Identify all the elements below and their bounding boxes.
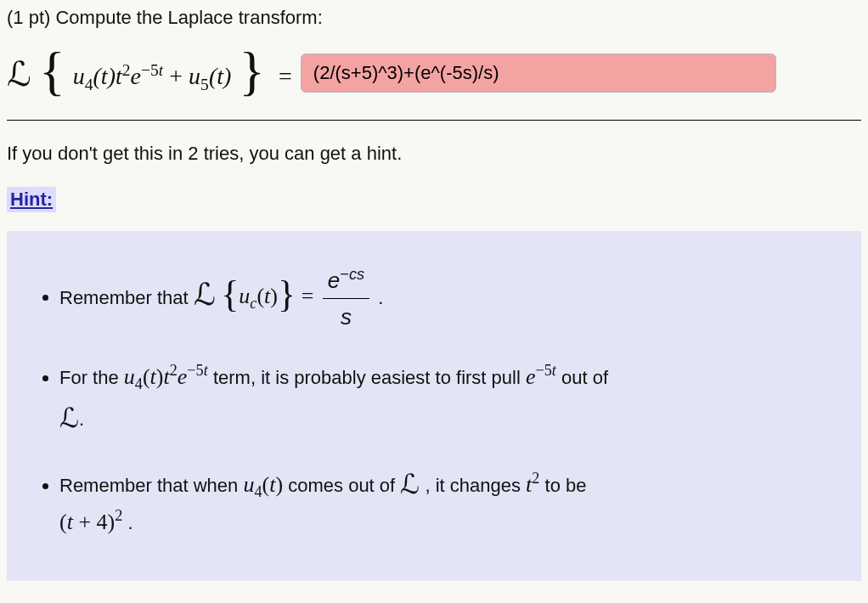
equation-row: ℒ { u4(t)t2e−5t + u5(t) } = (2/(s+5)^3)+… [7,53,861,94]
points-label: (1 pt) [7,7,55,28]
section-divider [7,120,861,121]
hint-item-1: Remember that ℒ {uc(t)} = e−cs s . [59,263,839,335]
laplace-expression: ℒ { u4(t)t2e−5t + u5(t) } = [7,53,292,94]
tries-hint-text: If you don't get this in 2 tries, you ca… [7,143,861,165]
fraction: e−cs s [323,263,369,335]
hint-item-3: Remember that when u4(t) comes out of ℒ … [59,462,839,538]
problem-prompt: (1 pt) Compute the Laplace transform: [7,7,861,29]
hint-toggle[interactable]: Hint: [7,187,56,212]
answer-value: (2/(s+5)^3)+(e^(-5s)/s) [313,62,499,84]
hint-panel: Remember that ℒ {uc(t)} = e−cs s . For t… [7,231,861,581]
answer-input[interactable]: (2/(s+5)^3)+(e^(-5s)/s) [301,54,776,93]
hint-item-2: For the u4(t)t2e−5t term, it is probably… [59,359,839,437]
prompt-text: Compute the Laplace transform: [55,7,322,28]
